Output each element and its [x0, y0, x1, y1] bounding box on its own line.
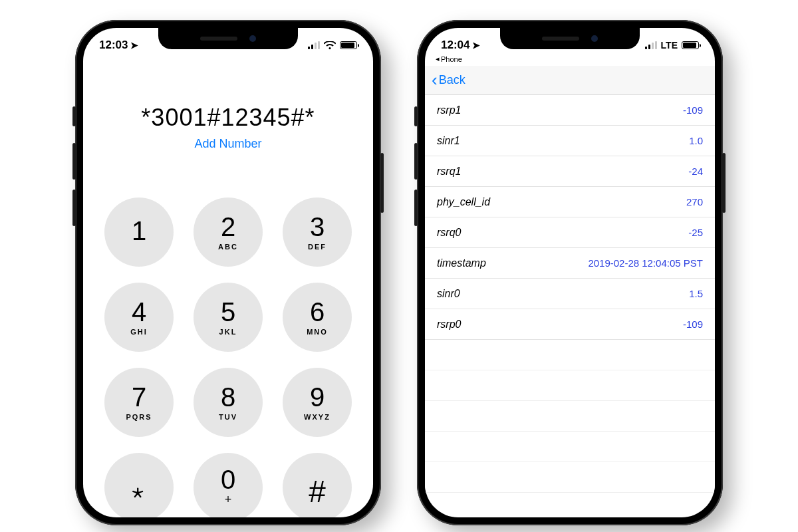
row-value: 1.5 [689, 288, 703, 299]
add-number-button[interactable]: Add Number [83, 137, 373, 151]
list-row[interactable]: rsrq0 -25 [425, 217, 715, 248]
row-value: 1.0 [689, 135, 703, 146]
cellular-signal-icon [645, 41, 657, 49]
row-label: rsrq1 [437, 166, 461, 178]
row-value: -25 [688, 227, 703, 238]
row-label: timestamp [437, 257, 486, 269]
status-time: 12:04 [441, 39, 469, 52]
notch [500, 28, 640, 49]
screen-fieldtest: 12:04 ➤ LTE ◂ Phone ‹ Back rsrp1 [425, 28, 715, 517]
list-row[interactable]: timestamp 2019-02-28 12:04:05 PST [425, 248, 715, 279]
keypad-key-4[interactable]: 4 GHI [104, 283, 174, 352]
location-icon: ➤ [472, 40, 480, 51]
list-row-empty [425, 401, 715, 432]
keypad-key-0[interactable]: 0 + [194, 453, 263, 517]
row-value: -109 [683, 319, 703, 330]
keypad-key-star[interactable]: ﹡ [104, 453, 174, 517]
keypad-key-hash[interactable]: # [283, 453, 352, 517]
back-button[interactable]: ‹ Back [432, 72, 466, 89]
row-label: rsrp0 [437, 319, 461, 331]
measurement-list: rsrp1 -109 sinr1 1.0 rsrq1 -24 phy_cell_… [425, 95, 715, 493]
keypad-key-5[interactable]: 5 JKL [194, 283, 263, 352]
keypad-key-2[interactable]: 2 ABC [194, 198, 263, 267]
list-row[interactable]: sinr0 1.5 [425, 279, 715, 309]
notch [158, 28, 298, 49]
dialed-number-display: *3001#12345#* [83, 104, 373, 132]
keypad-key-3[interactable]: 3 DEF [283, 198, 352, 267]
iphone-frame-dialer: 12:03 ➤ *3001#12345#* Add Number 1 [75, 20, 381, 525]
row-label: rsrp1 [437, 104, 461, 116]
list-row-empty [425, 462, 715, 493]
row-label: phy_cell_id [437, 196, 490, 208]
navigation-bar: ‹ Back [425, 66, 715, 95]
list-row[interactable]: sinr1 1.0 [425, 126, 715, 156]
status-time: 12:03 [99, 39, 128, 52]
list-row-empty [425, 370, 715, 401]
list-row-empty [425, 432, 715, 462]
battery-icon [340, 41, 357, 49]
keypad-key-9[interactable]: 9 WXYZ [283, 368, 352, 437]
screen-dialer: 12:03 ➤ *3001#12345#* Add Number 1 [83, 28, 373, 517]
row-value: 270 [686, 196, 703, 207]
back-label: Back [439, 73, 466, 87]
battery-icon [682, 41, 699, 49]
row-value: -109 [683, 104, 703, 116]
keypad: 1 2 ABC 3 DEF 4 GHI 5 JKL [83, 198, 373, 517]
keypad-key-6[interactable]: 6 MNO [283, 283, 352, 352]
row-value: -24 [688, 166, 703, 177]
row-label: sinr1 [437, 135, 460, 147]
row-label: rsrq0 [437, 227, 461, 239]
list-row[interactable]: rsrp1 -109 [425, 95, 715, 126]
keypad-key-1[interactable]: 1 [104, 198, 174, 267]
keypad-key-8[interactable]: 8 TUV [194, 368, 263, 437]
list-row-empty [425, 340, 715, 370]
wifi-icon [324, 41, 336, 50]
dialer-app: *3001#12345#* Add Number 1 2 ABC 3 DEF 4… [83, 57, 373, 517]
cellular-signal-icon [308, 41, 320, 49]
chevron-left-icon: ‹ [432, 71, 438, 88]
network-type-label: LTE [661, 40, 678, 51]
row-value: 2019-02-28 12:04:05 PST [588, 257, 703, 269]
list-row[interactable]: rsrp0 -109 [425, 309, 715, 340]
iphone-frame-fieldtest: 12:04 ➤ LTE ◂ Phone ‹ Back rsrp1 [417, 20, 723, 525]
row-label: sinr0 [437, 288, 460, 300]
list-row[interactable]: phy_cell_id 270 [425, 187, 715, 217]
location-icon: ➤ [130, 40, 138, 51]
list-row[interactable]: rsrq1 -24 [425, 156, 715, 187]
keypad-key-7[interactable]: 7 PQRS [104, 368, 174, 437]
